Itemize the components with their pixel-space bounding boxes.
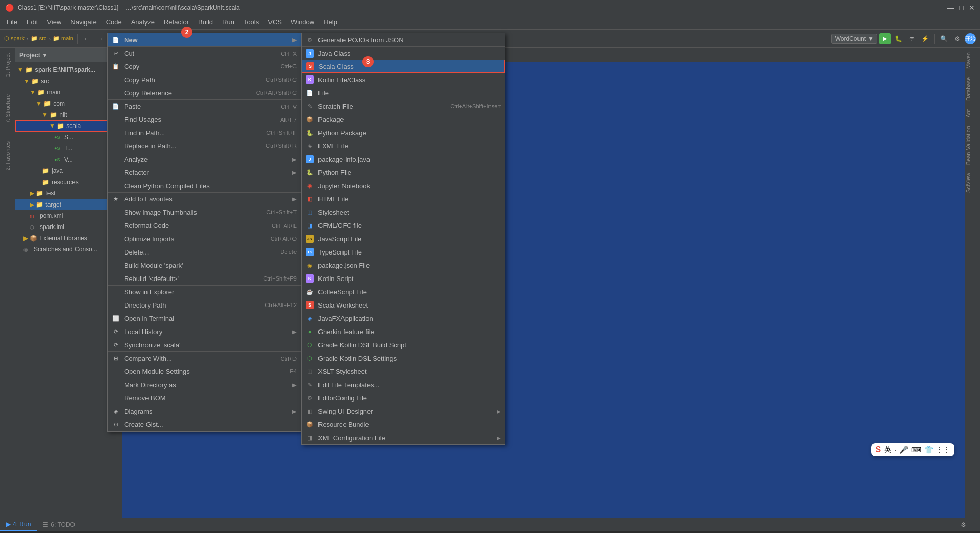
ctx-item-delete[interactable]: Delete... Delete xyxy=(108,245,301,259)
menu-navigate[interactable]: Navigate xyxy=(66,17,101,28)
forward-icon[interactable]: → xyxy=(94,33,106,44)
tree-item-scala[interactable]: ▼ 📁 scala xyxy=(15,120,122,132)
debug-icon[interactable]: 🐛 xyxy=(893,33,904,44)
ctx-item-refactor[interactable]: Refactor ▶ xyxy=(108,166,301,179)
menu-code[interactable]: Code xyxy=(102,17,126,28)
breadcrumb-spark[interactable]: ⬡ spark xyxy=(4,35,24,42)
ant-tab[interactable]: Ant xyxy=(965,105,980,122)
sub-item-coffeescript[interactable]: ☕ CoffeeScript File xyxy=(302,285,505,298)
menu-vcs[interactable]: VCS xyxy=(264,17,286,28)
maven-tab[interactable]: Maven xyxy=(965,48,980,73)
ctx-item-copypath[interactable]: Copy Path Ctrl+Shift+C xyxy=(108,73,301,86)
breadcrumb-src[interactable]: 📁 src xyxy=(31,35,47,42)
sub-item-pythonfile[interactable]: 🐍 Python File xyxy=(302,166,505,179)
run-config-selector[interactable]: WordCount ▼ xyxy=(831,34,877,44)
ctx-item-findinpath[interactable]: Find in Path... Ctrl+Shift+F xyxy=(108,126,301,139)
ctx-item-modsettings[interactable]: Open Module Settings F4 xyxy=(108,365,301,378)
tree-item-t[interactable]: ●S T... xyxy=(15,143,122,154)
profile-icon[interactable]: ⚡ xyxy=(919,33,930,44)
tree-item-niit[interactable]: ▼ 📁 niit xyxy=(15,109,122,120)
ctx-item-showthumbs[interactable]: Show Image Thumbnails Ctrl+Shift+T xyxy=(108,206,301,219)
sub-item-editorconfig[interactable]: ⚙ EditorConfig File xyxy=(302,391,505,404)
ctx-item-cleanpython[interactable]: Clean Python Compiled Files xyxy=(108,179,301,192)
sub-item-typescript[interactable]: TS TypeScript File xyxy=(302,245,505,259)
ctx-item-showinexp[interactable]: Show in Explorer xyxy=(108,285,301,298)
sub-item-stylesheet[interactable]: ◫ Stylesheet xyxy=(302,206,505,219)
ctx-item-removebom[interactable]: Remove BOM xyxy=(108,391,301,404)
tree-item-com[interactable]: ▼ 📁 com xyxy=(15,98,122,109)
sub-item-kotlinscript[interactable]: K Kotlin Script xyxy=(302,272,505,285)
menu-run[interactable]: Run xyxy=(218,17,238,28)
search-everywhere-icon[interactable]: 🔍 xyxy=(938,33,949,44)
ctx-item-rebuild[interactable]: Rebuild '<default>' Ctrl+Shift+F9 xyxy=(108,272,301,285)
sub-item-file[interactable]: 📄 File xyxy=(302,86,505,99)
sub-item-packageinfo[interactable]: J package-info.java xyxy=(302,153,505,166)
structure-tab-label[interactable]: 7: Structure xyxy=(5,92,11,126)
menu-help[interactable]: Help xyxy=(320,17,341,28)
menu-window[interactable]: Window xyxy=(287,17,318,28)
tree-item-main[interactable]: ▼ 📁 main xyxy=(15,87,122,98)
tree-item-test[interactable]: ▶ 📁 test xyxy=(15,188,122,199)
sub-item-javaclass[interactable]: J Java Class xyxy=(302,46,505,60)
menu-view[interactable]: View xyxy=(43,17,65,28)
todo-tab[interactable]: ☰ 6: TODO xyxy=(37,519,81,531)
tree-item-pom[interactable]: m pom.xml xyxy=(15,210,122,221)
coverage-icon[interactable]: ☂ xyxy=(906,33,917,44)
tree-item-src[interactable]: ▼ 📁 src xyxy=(15,75,122,87)
sub-item-html[interactable]: ◧ HTML File xyxy=(302,192,505,206)
favorites-tab-label[interactable]: 2: Favorites xyxy=(5,139,11,173)
bean-validation-tab[interactable]: Bean Validation xyxy=(965,122,980,169)
tree-item-extlibs[interactable]: ▶ 📦 External Libraries xyxy=(15,233,122,244)
ctx-item-localhistory[interactable]: ⟳ Local History ▶ xyxy=(108,325,301,338)
sub-item-swingui[interactable]: ◧ Swing UI Designer ▶ xyxy=(302,404,505,418)
sub-item-kotlinfile[interactable]: K Kotlin File/Class xyxy=(302,73,505,86)
tree-item-java[interactable]: 📁 java xyxy=(15,165,122,176)
user-icon[interactable]: 开始 xyxy=(965,33,976,44)
sub-item-xmlconfig[interactable]: ◨ XML Configuration File ▶ xyxy=(302,431,505,444)
menu-refactor[interactable]: Refactor xyxy=(160,17,193,28)
sub-item-javafx[interactable]: ◈ JavaFXApplication xyxy=(302,312,505,325)
tree-item-scratches[interactable]: ◎ Scratches and Conso... xyxy=(15,244,122,255)
project-tab-label[interactable]: 1: Project xyxy=(5,50,11,79)
breadcrumb-main[interactable]: 📁 main xyxy=(53,35,74,42)
maximize-button[interactable]: □ xyxy=(960,4,964,12)
sciview-tab[interactable]: SciView xyxy=(965,169,980,197)
tree-item-resources[interactable]: 📁 resources xyxy=(15,176,122,188)
ctx-item-replaceinpath[interactable]: Replace in Path... Ctrl+Shift+R xyxy=(108,139,301,153)
close-button[interactable]: ✕ xyxy=(969,4,975,12)
sub-item-scratchfile[interactable]: ✎ Scratch File Ctrl+Alt+Shift+Insert xyxy=(302,99,505,113)
ctx-item-openterm[interactable]: ⬜ Open in Terminal xyxy=(108,312,301,325)
sub-item-gherkin[interactable]: ● Gherkin feature file xyxy=(302,325,505,338)
minimize-button[interactable]: — xyxy=(947,4,954,12)
ctx-item-markdir[interactable]: Mark Directory as ▶ xyxy=(108,378,301,391)
run-tab[interactable]: ▶ 4: Run xyxy=(0,519,37,531)
menu-tools[interactable]: Tools xyxy=(239,17,263,28)
tree-item-target[interactable]: ▶ 📁 target xyxy=(15,199,122,210)
ctx-item-optimizeimp[interactable]: Optimize Imports Ctrl+Alt+O xyxy=(108,232,301,245)
sub-item-resourcebundle[interactable]: 📦 Resource Bundle xyxy=(302,418,505,431)
menu-file[interactable]: File xyxy=(3,17,21,28)
sub-item-javascript[interactable]: JS JavaScript File xyxy=(302,232,505,245)
ctx-item-cut[interactable]: ✂ Cut Ctrl+X xyxy=(108,46,301,60)
settings-icon[interactable]: ⚙ xyxy=(951,33,963,44)
sub-item-fxml[interactable]: ◈ FXML File xyxy=(302,139,505,153)
sub-item-scalaclass[interactable]: S Scala Class xyxy=(302,60,505,73)
sub-item-xslt[interactable]: ◫ XSLT Stylesheet xyxy=(302,365,505,378)
sub-item-jupyter[interactable]: ◉ Jupyter Notebook xyxy=(302,179,505,192)
tree-item-s[interactable]: ●S S... xyxy=(15,132,122,143)
tree-item-iml[interactable]: ⬡ spark.iml xyxy=(15,221,122,233)
ctx-item-dirpath[interactable]: Directory Path Ctrl+Alt+F12 xyxy=(108,298,301,312)
sub-item-packagejson[interactable]: ◉ package.json File xyxy=(302,259,505,272)
tree-item-spark[interactable]: ▼ 📁 spark E:\NIIT\spark... xyxy=(15,64,122,75)
ctx-item-findusages[interactable]: Find Usages Alt+F7 xyxy=(108,113,301,126)
ctx-item-copy[interactable]: 📋 Copy Ctrl+C xyxy=(108,60,301,73)
sub-item-gradlekotlinbuild[interactable]: ⬡ Gradle Kotlin DSL Build Script xyxy=(302,338,505,351)
sub-item-editfiletemplates[interactable]: ✎ Edit File Templates... xyxy=(302,378,505,391)
database-tab[interactable]: Database xyxy=(965,73,980,105)
ctx-item-compare[interactable]: ⊞ Compare With... Ctrl+D xyxy=(108,351,301,365)
run-button[interactable]: ▶ xyxy=(879,33,891,44)
menu-edit[interactable]: Edit xyxy=(22,17,42,28)
ctx-item-sync[interactable]: ⟳ Synchronize 'scala' xyxy=(108,338,301,351)
sub-item-scalaworksheet[interactable]: S Scala Worksheet xyxy=(302,298,505,312)
ctx-item-analyze[interactable]: Analyze ▶ xyxy=(108,153,301,166)
